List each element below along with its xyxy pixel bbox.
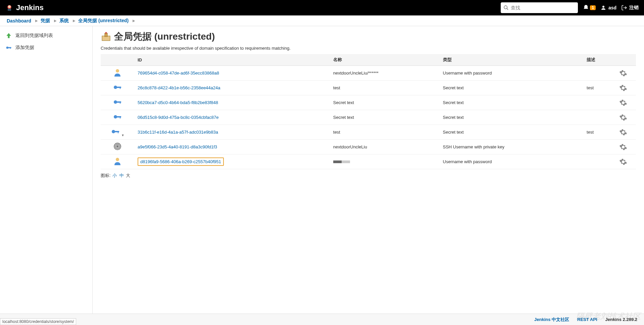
sidebar: 返回到凭据域列表 添加凭据 [0,26,93,314]
credential-name: nextdoorUncleLiu [330,140,440,154]
credential-desc [583,110,616,125]
icon-size-label: 图标: [101,173,111,178]
sidebar-back-label: 返回到凭据域列表 [15,33,53,39]
search-icon [503,5,509,10]
svg-point-3 [504,6,507,9]
th-action [616,54,636,66]
page-title-text: 全局凭据 (unrestricted) [114,30,215,43]
svg-rect-22 [120,116,120,119]
table-row: 06d515c8-9d0d-475a-bc8c-0354cbfac87eSecr… [101,110,636,125]
svg-marker-12 [105,32,107,33]
credential-name: test [330,125,440,140]
notification-bell[interactable]: 1 [583,4,596,11]
breadcrumb-global[interactable]: 全局凭据 (unrestricted) [78,18,129,24]
credential-type: Secret text [440,125,584,140]
credential-id-link[interactable]: 31b6c11f-e16d-4a1a-a57f-adc031e9b83a [138,130,218,135]
domain-icon [101,31,111,42]
svg-rect-11 [105,33,107,37]
icon-size-selector: 图标: 小 中 大 [101,173,636,179]
chevron-down-icon[interactable]: ▼ [121,134,125,137]
credential-name: nextdoorUncleLiu/****** [330,66,440,81]
sidebar-add-label: 添加凭据 [15,45,34,51]
up-arrow-icon [5,32,12,39]
svg-point-5 [602,6,604,8]
gear-icon[interactable] [619,128,633,136]
svg-rect-2 [8,9,11,11]
th-icon [101,54,134,66]
table-row: 769654d4-c058-47de-ad6f-35ecc83868a8next… [101,66,636,81]
credential-id-link[interactable]: 769654d4-c058-47de-ad6f-35ecc83868a8 [138,71,219,76]
sidebar-add-credentials[interactable]: 添加凭据 [0,42,92,54]
search-input[interactable] [511,5,569,10]
table-row: 5620bca7-d5c0-4b64-bda5-f8b2be83f848Secr… [101,95,636,110]
credential-type: Secret text [440,110,584,125]
credential-desc [583,95,616,110]
svg-point-13 [116,69,119,73]
table-row: a9e5f066-23d5-4a40-8191-d8a3c90fd1f3next… [101,140,636,154]
user-name: asd [608,5,616,10]
th-type[interactable]: 类型 [440,54,584,66]
search-box: ? [501,2,578,13]
credential-desc: test [583,81,616,95]
credential-id-link[interactable]: d8196fa9-5686-406a-b269-c2557b40f951 [138,157,224,166]
credential-id-link[interactable]: 06d515c8-9d0d-475a-bc8c-0354cbfac87e [138,115,218,120]
table-row: 26c8c878-d422-4b1e-b56c-2358ee44a24atest… [101,81,636,95]
credential-name: test [330,81,440,95]
top-header: Jenkins ? 1 asd 注销 [0,0,644,15]
credential-type-icon [101,140,134,154]
credential-id-link[interactable]: 26c8c878-d422-4b1e-b56c-2358ee44a24a [138,85,220,90]
credential-desc: test [583,125,616,140]
gear-icon[interactable] [619,113,633,122]
sidebar-back-link[interactable]: 返回到凭据域列表 [0,30,92,42]
user-link[interactable]: asd [600,5,616,11]
credential-name: Secret text [330,95,440,110]
credential-desc [583,66,616,81]
gear-icon[interactable] [619,84,633,92]
icon-size-small[interactable]: 小 [112,173,117,178]
key-icon [5,44,12,51]
credential-type-icon [101,95,134,110]
svg-point-1 [8,5,11,8]
th-desc[interactable]: 描述 [583,54,616,66]
gear-icon[interactable] [619,99,633,107]
logout-icon [621,5,627,11]
credential-desc [583,140,616,154]
icon-size-medium[interactable]: 中 [119,173,124,178]
credential-id-link[interactable]: 5620bca7-d5c0-4b64-bda5-f8b2be83f848 [138,100,218,105]
th-name[interactable]: 名称 [330,54,440,66]
breadcrumb-system[interactable]: 系统 [59,18,69,24]
gear-icon[interactable] [619,143,633,151]
icon-size-large[interactable]: 大 [126,173,130,178]
svg-point-29 [117,146,118,147]
gear-icon[interactable] [619,69,633,77]
table-row: ▼31b6c11f-e16d-4a1a-a57f-adc031e9b83ates… [101,125,636,140]
svg-rect-8 [8,47,11,48]
credential-type: Username with password [440,66,584,81]
breadcrumb-credentials[interactable]: 凭据 [41,18,50,24]
credential-type: Secret text [440,95,584,110]
main-content: 全局凭据 (unrestricted) Credentials that sho… [93,26,644,314]
breadcrumb-dashboard[interactable]: Dashboard [7,18,31,24]
gear-icon[interactable] [619,158,633,166]
brand-link[interactable]: Jenkins [16,3,44,12]
credential-type-icon [101,66,134,81]
logout-link[interactable]: 注销 [621,5,639,11]
masked-text [333,160,350,163]
header-left: Jenkins [5,3,44,12]
jenkins-logo-icon[interactable] [5,4,13,12]
svg-point-30 [116,158,119,161]
credential-type-icon [101,154,134,169]
table-row: d8196fa9-5686-406a-b269-c2557b40f951User… [101,154,636,169]
credential-name [330,154,440,169]
credential-type-icon [101,110,134,125]
credential-id-link[interactable]: a9e5f066-23d5-4a40-8191-d8a3c90fd1f3 [138,144,217,149]
th-id[interactable]: ID [134,54,330,66]
logout-label: 注销 [629,5,639,11]
credential-type: SSH Username with private key [440,140,584,154]
svg-rect-16 [120,87,120,89]
svg-rect-9 [10,47,11,49]
header-right: ? 1 asd 注销 [501,2,639,13]
credential-type: Username with password [440,154,584,169]
svg-line-4 [507,8,508,10]
help-icon[interactable]: ? [569,5,575,11]
